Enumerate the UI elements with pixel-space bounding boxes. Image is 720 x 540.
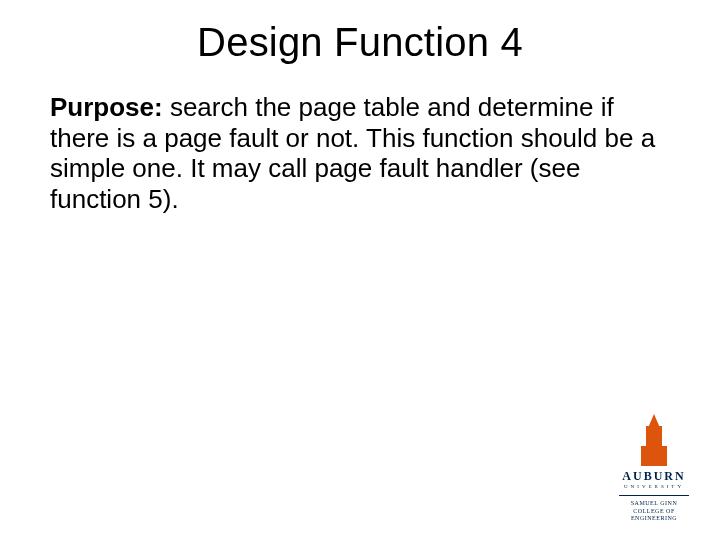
slide: Design Function 4 Purpose: search the pa… <box>0 0 720 540</box>
slide-title: Design Function 4 <box>0 20 720 65</box>
logo-college-line2: COLLEGE OF ENGINEERING <box>610 508 698 522</box>
slide-body: Purpose: search the page table and deter… <box>50 92 670 215</box>
logo-college-line1: SAMUEL GINN <box>610 500 698 507</box>
logo-university: UNIVERSITY <box>610 484 698 489</box>
tower-icon <box>637 414 671 466</box>
auburn-logo: AUBURN UNIVERSITY SAMUEL GINN COLLEGE OF… <box>610 414 698 522</box>
purpose-label: Purpose: <box>50 92 163 122</box>
logo-divider <box>619 495 689 496</box>
logo-wordmark: AUBURN <box>610 470 698 482</box>
